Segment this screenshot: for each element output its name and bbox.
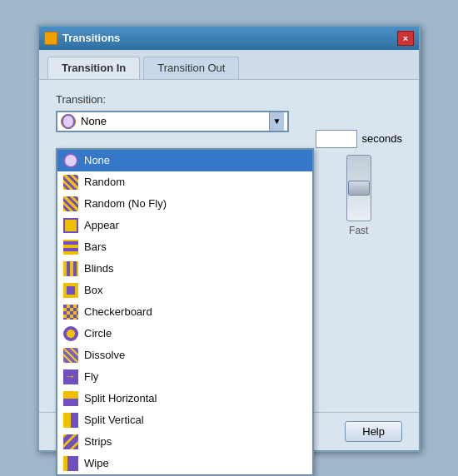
item-icon-random bbox=[62, 174, 79, 191]
item-label-random-no-fly: Random (No Fly) bbox=[84, 197, 167, 210]
window-title: Transitions bbox=[62, 32, 397, 44]
item-icon-none bbox=[62, 152, 79, 169]
title-bar: Transitions × bbox=[39, 27, 419, 50]
select-value: None bbox=[81, 115, 269, 127]
dropdown-item-random[interactable]: Random bbox=[57, 171, 312, 193]
tab-transition-out[interactable]: Transition Out bbox=[143, 57, 239, 79]
seconds-row: seconds bbox=[316, 130, 402, 148]
tabs-container: Transition In Transition Out bbox=[39, 50, 419, 79]
dropdown-item-none[interactable]: None bbox=[57, 150, 312, 171]
help-button[interactable]: Help bbox=[345, 421, 402, 442]
dropdown-item-appear[interactable]: Appear bbox=[57, 215, 312, 236]
dropdown-item-dissolve[interactable]: Dissolve bbox=[57, 345, 312, 366]
speed-slider-track[interactable] bbox=[346, 155, 371, 221]
dropdown-item-wipe[interactable]: Wipe bbox=[57, 453, 312, 474]
item-label-none: None bbox=[84, 154, 110, 166]
dropdown-item-random-no-fly[interactable]: Random (No Fly) bbox=[57, 193, 312, 215]
item-icon-checkerboard bbox=[62, 304, 79, 320]
transition-select[interactable]: None ▼ bbox=[56, 111, 289, 132]
item-label-split-vertical: Split Vertical bbox=[84, 414, 144, 426]
seconds-input[interactable] bbox=[316, 130, 357, 148]
speed-label: Fast bbox=[349, 225, 368, 236]
speed-slider-thumb[interactable] bbox=[348, 181, 370, 196]
content-area: Transition: None ▼ NoneRandomRandom (No … bbox=[39, 79, 419, 412]
item-label-split-horizontal: Split Horizontal bbox=[84, 392, 157, 404]
dropdown-item-box[interactable]: Box bbox=[57, 280, 312, 301]
item-label-dissolve: Dissolve bbox=[84, 349, 125, 361]
dropdown-item-circle[interactable]: Circle bbox=[57, 323, 312, 345]
item-label-fly: Fly bbox=[84, 370, 98, 383]
dropdown-item-strips[interactable]: Strips bbox=[57, 431, 312, 453]
dropdown-item-blinds[interactable]: Blinds bbox=[57, 258, 312, 280]
transition-dropdown: NoneRandomRandom (No Fly)AppearBarsBlind… bbox=[56, 148, 314, 476]
tab-transition-in[interactable]: Transition In bbox=[47, 57, 140, 79]
item-icon-strips bbox=[62, 434, 79, 450]
item-label-checkerboard: Checkerboard bbox=[84, 305, 152, 318]
item-icon-split-vertical bbox=[62, 412, 79, 429]
dropdown-item-split-horizontal[interactable]: Split Horizontal bbox=[57, 388, 312, 409]
item-icon-blinds bbox=[62, 260, 79, 277]
item-icon-circle bbox=[62, 325, 79, 342]
transition-field-label: Transition: bbox=[56, 93, 402, 106]
item-label-appear: Appear bbox=[84, 219, 119, 231]
dropdown-arrow[interactable]: ▼ bbox=[269, 112, 284, 131]
select-icon bbox=[61, 114, 76, 129]
item-icon-fly bbox=[62, 369, 79, 385]
dropdown-item-split-vertical[interactable]: Split Vertical bbox=[57, 409, 312, 431]
dropdown-item-checkerboard[interactable]: Checkerboard bbox=[57, 301, 312, 323]
item-label-circle: Circle bbox=[84, 327, 112, 340]
item-label-blinds: Blinds bbox=[84, 262, 113, 275]
slider-area: Fast bbox=[346, 155, 371, 236]
item-icon-appear bbox=[62, 217, 79, 234]
item-label-random: Random bbox=[84, 176, 125, 188]
item-icon-dissolve bbox=[62, 347, 79, 364]
close-button[interactable]: × bbox=[397, 31, 414, 46]
item-icon-bars bbox=[62, 239, 79, 255]
item-label-wipe: Wipe bbox=[84, 457, 109, 469]
window-icon bbox=[44, 32, 57, 45]
transitions-window: Transitions × Transition In Transition O… bbox=[37, 25, 421, 452]
item-label-strips: Strips bbox=[84, 435, 112, 448]
right-panel: seconds Fast bbox=[316, 130, 402, 236]
item-label-bars: Bars bbox=[84, 240, 107, 253]
item-icon-box bbox=[62, 282, 79, 299]
item-icon-random-no-fly bbox=[62, 196, 79, 212]
item-icon-wipe bbox=[62, 455, 79, 472]
dropdown-item-fly[interactable]: Fly bbox=[57, 366, 312, 388]
seconds-label: seconds bbox=[362, 132, 402, 145]
dropdown-item-bars[interactable]: Bars bbox=[57, 236, 312, 258]
item-icon-split-horizontal bbox=[62, 390, 79, 407]
item-label-box: Box bbox=[84, 284, 102, 296]
